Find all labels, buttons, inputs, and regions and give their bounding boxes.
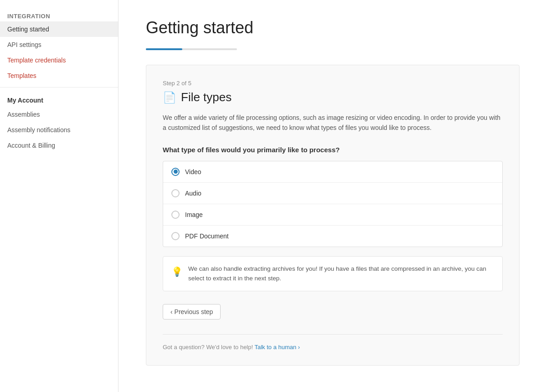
sidebar-item-getting-started[interactable]: Getting started — [0, 21, 118, 37]
options-list: Video Audio Image PDF Document — [163, 161, 503, 247]
footer-text: Got a question? We'd love to help! — [163, 344, 253, 351]
option-image[interactable]: Image — [163, 204, 502, 226]
radio-pdf[interactable] — [171, 232, 180, 240]
sidebar-divider — [0, 87, 118, 88]
option-pdf-label: PDF Document — [185, 232, 229, 240]
option-pdf[interactable]: PDF Document — [163, 226, 502, 247]
radio-audio[interactable] — [171, 189, 180, 197]
option-video[interactable]: Video — [163, 161, 502, 183]
sidebar-item-account-billing[interactable]: Account & Billing — [0, 138, 118, 153]
option-audio[interactable]: Audio — [163, 183, 502, 204]
description: We offer a wide variety of file processi… — [163, 113, 503, 133]
radio-video[interactable] — [171, 168, 180, 176]
prev-step-button[interactable]: ‹ Previous step — [163, 304, 221, 320]
lightbulb-icon: 💡 — [171, 264, 183, 279]
sidebar-item-templates[interactable]: Templates — [0, 68, 118, 83]
file-icon: 📄 — [163, 91, 176, 104]
sidebar-item-template-credentials[interactable]: Template credentials — [0, 52, 118, 68]
option-video-label: Video — [185, 168, 201, 175]
talk-to-human-link[interactable]: Talk to a human › — [254, 344, 300, 351]
step-label: Step 2 of 5 — [163, 80, 503, 87]
sidebar-item-api-settings[interactable]: API settings — [0, 37, 118, 52]
question-label: What type of files would you primarily l… — [163, 146, 503, 154]
option-audio-label: Audio — [185, 190, 201, 197]
progress-bar-fill — [146, 48, 182, 50]
option-image-label: Image — [185, 211, 203, 218]
sidebar-item-assemblies[interactable]: Assemblies — [0, 107, 118, 122]
main-content: Getting started Step 2 of 5 📄 File types… — [118, 0, 556, 392]
radio-image[interactable] — [171, 211, 180, 219]
integration-section-label: Integration — [0, 9, 118, 21]
tip-box: 💡 We can also handle extracting archives… — [163, 256, 503, 291]
progress-bar-container — [146, 48, 237, 50]
sidebar-item-assembly-notifications[interactable]: Assembly notifications — [0, 122, 118, 138]
section-title-text: File types — [181, 90, 232, 104]
card-footer: Got a question? We'd love to help! Talk … — [163, 334, 503, 351]
tip-text: We can also handle extracting archives f… — [188, 264, 494, 284]
page-title: Getting started — [146, 18, 529, 37]
section-title: 📄 File types — [163, 90, 503, 104]
my-account-label: My Account — [0, 91, 118, 107]
card: Step 2 of 5 📄 File types We offer a wide… — [146, 65, 520, 366]
sidebar: Integration Getting started API settings… — [0, 0, 118, 392]
